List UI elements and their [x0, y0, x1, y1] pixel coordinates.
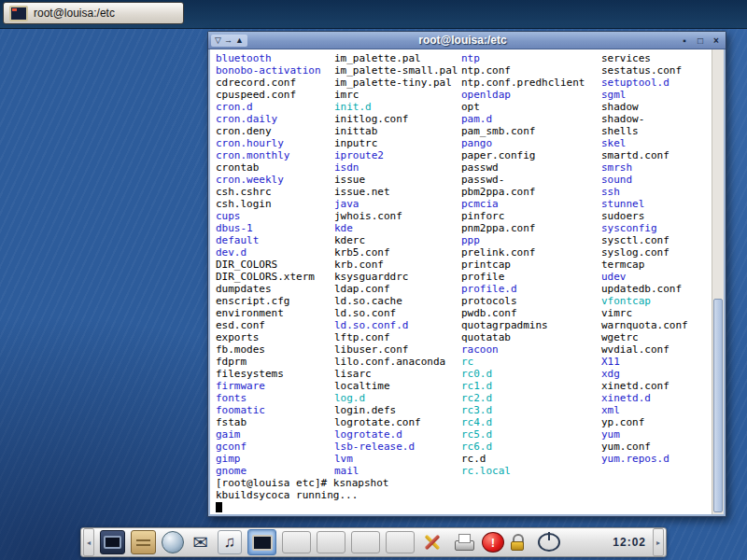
file-entry: lsb-release.d: [334, 441, 461, 453]
panel-items: ✉♫!: [95, 528, 565, 556]
file-entry: ld.so.cache: [334, 295, 461, 307]
file-column: servicessestatus.confsetuptool.dsgmlshad…: [601, 52, 709, 477]
file-entry: openldap: [461, 89, 601, 101]
file-entry: rc: [461, 356, 601, 368]
music-player-icon[interactable]: ♫: [218, 530, 242, 554]
empty-launcher-slot[interactable]: [351, 531, 380, 553]
file-entry: firmware: [216, 380, 334, 392]
konsole-taskbar-icon[interactable]: [247, 529, 276, 555]
window-titlebar[interactable]: ▽ → ▲ root@louisa:/etc ▪ □ ×: [208, 32, 726, 49]
file-entry: X11: [601, 356, 709, 368]
web-browser-icon[interactable]: [162, 531, 184, 553]
file-entry: im_palette-small.pal: [334, 64, 461, 77]
file-entry: ld.so.conf: [334, 307, 461, 319]
file-entry: passwd: [461, 161, 601, 174]
mail-icon[interactable]: ✉: [190, 530, 212, 554]
monitor-launcher-icon[interactable]: [100, 530, 125, 554]
empty-launcher-slot[interactable]: [386, 531, 415, 553]
empty-launcher-slot[interactable]: [317, 531, 345, 553]
tools-icon[interactable]: [420, 530, 445, 554]
printer-icon[interactable]: [451, 530, 476, 554]
file-entry: log.d: [334, 392, 461, 404]
file-entry: gnome: [216, 465, 334, 477]
file-entry: imrc: [334, 89, 461, 101]
file-entry: dbus-1: [216, 222, 334, 234]
file-entry: profile: [461, 271, 601, 283]
file-entry: smartd.conf: [601, 149, 709, 161]
file-columns: bluetoothbonobo-activationcdrecord.confc…: [216, 52, 709, 477]
file-entry: lvm: [334, 453, 461, 465]
minimize-button[interactable]: ▪: [678, 35, 691, 47]
file-entry: mail: [334, 465, 461, 477]
file-entry: quotagrpadmins: [461, 319, 601, 331]
file-entry: ssh: [601, 186, 709, 198]
file-entry: racoon: [461, 343, 601, 356]
file-entry: termcap: [601, 259, 709, 271]
file-entry: exports: [216, 331, 334, 343]
file-entry: wvdial.conf: [601, 343, 709, 356]
file-entry: fdprm: [216, 356, 334, 368]
file-entry: im_palette-tiny.pal: [334, 77, 461, 89]
file-entry: kde: [334, 222, 461, 234]
file-entry: xinetd.d: [601, 392, 709, 404]
maximize-button[interactable]: □: [694, 35, 707, 47]
file-entry: gconf: [216, 441, 334, 453]
file-entry: ntp: [461, 52, 601, 64]
terminal-viewport[interactable]: bluetoothbonobo-activationcdrecord.confc…: [210, 49, 724, 514]
window-title: root@louisa:/etc: [251, 34, 674, 47]
scrollbar-thumb[interactable]: [713, 299, 723, 512]
file-entry: cron.daily: [216, 113, 334, 125]
file-entry: rc5.d: [461, 428, 601, 441]
file-entry: DIR_COLORS.xterm: [216, 271, 334, 283]
file-entry: pbm2ppa.conf: [461, 186, 601, 198]
file-entry: fstab: [216, 416, 334, 428]
file-column: bluetoothbonobo-activationcdrecord.confc…: [216, 52, 334, 477]
file-entry: rc3.d: [461, 404, 601, 416]
file-entry: krb.conf: [334, 259, 461, 271]
file-cabinet-icon[interactable]: [131, 530, 156, 554]
file-entry: ldap.conf: [334, 283, 461, 295]
close-button[interactable]: ×: [710, 35, 723, 47]
file-entry: default: [216, 234, 334, 246]
file-entry: sound: [601, 174, 709, 186]
file-entry: xml: [601, 404, 709, 416]
file-entry: esd.conf: [216, 319, 334, 331]
file-entry: ntp.conf: [461, 64, 601, 77]
file-entry: shadow-: [601, 113, 709, 125]
file-entry: gaim: [216, 428, 334, 441]
power-icon[interactable]: [538, 533, 560, 552]
file-entry: initlog.conf: [334, 113, 461, 125]
file-entry: csh.login: [216, 198, 334, 210]
file-entry: dumpdates: [216, 283, 334, 295]
file-entry: profile.d: [461, 283, 601, 295]
file-entry: libuser.conf: [334, 343, 461, 356]
file-entry: issue: [334, 174, 461, 186]
panel-hide-right-button[interactable]: ▸: [653, 528, 664, 556]
file-entry: pwdb.conf: [461, 307, 601, 319]
file-entry: ld.so.conf.d: [334, 319, 461, 331]
scrollbar[interactable]: [712, 49, 724, 514]
file-entry: java: [334, 198, 461, 210]
taskbar-window-button[interactable]: root@louisa:/etc: [3, 2, 184, 24]
file-entry: cron.monthly: [216, 149, 334, 161]
update-alert-icon[interactable]: !: [482, 532, 504, 553]
file-entry: smrsh: [601, 161, 709, 174]
file-entry: pam.d: [461, 113, 601, 125]
send-to-icon[interactable]: →: [224, 35, 233, 47]
file-entry: shadow: [601, 101, 709, 113]
clock[interactable]: 12:02: [613, 536, 646, 549]
file-entry: lilo.conf.anaconda: [334, 356, 461, 368]
file-entry: xinetd.conf: [601, 380, 709, 392]
file-entry: enscript.cfg: [216, 295, 334, 307]
file-entry: sgml: [601, 89, 709, 101]
file-entry: udev: [601, 271, 709, 283]
panel-hide-left-button[interactable]: ◂: [83, 528, 94, 556]
file-column: im_palette.palim_palette-small.palim_pal…: [334, 52, 461, 477]
lock-icon[interactable]: [510, 532, 532, 553]
file-entry: sysconfig: [601, 222, 709, 234]
shade-icon[interactable]: ▽: [215, 35, 221, 47]
detach-icon[interactable]: ▲: [235, 35, 244, 47]
prompt-line: [root@louisa etc]# ksnapshot: [216, 477, 709, 489]
empty-launcher-slot[interactable]: [282, 531, 311, 553]
chevron-left-icon: ◂: [87, 539, 91, 547]
